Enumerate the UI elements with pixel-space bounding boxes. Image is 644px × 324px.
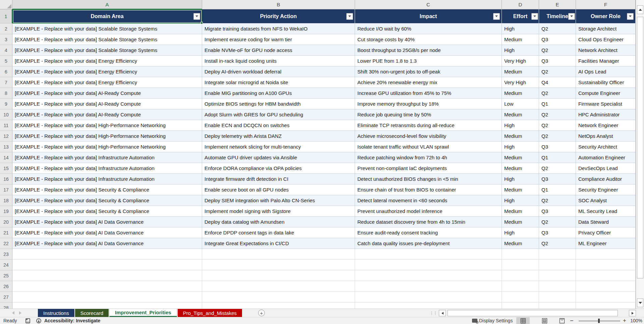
cell-C8[interactable]: Increase GPU utilization from 45% to 75% [355,88,502,99]
zoom-level[interactable]: 100% [629,317,642,324]
cell-E11[interactable]: Q2 [539,120,576,131]
cell-F16[interactable]: Compliance Auditor [576,174,636,184]
cell-D6[interactable]: Medium [502,66,539,77]
cell-D27[interactable] [502,292,539,303]
sheet-tab-instructions[interactable]: Instructions [38,309,74,317]
cell-D13[interactable]: High [502,142,539,152]
cell-C13[interactable]: Isolate tenant traffic without VLAN spra… [355,142,502,152]
cell-F10[interactable]: HPC Administrator [576,109,636,120]
cell-E25[interactable] [539,270,576,281]
row-header-9[interactable]: 9 [0,99,12,109]
cell-C12[interactable]: Achieve microsecond-level flow visibilit… [355,131,502,142]
scroll-up-button[interactable] [637,5,643,14]
cell-B6[interactable]: Deploy AI-driven workload deferral [202,66,355,77]
cell-D16[interactable]: High [502,174,539,184]
cell-D5[interactable]: Very High [502,56,539,66]
cell-E20[interactable]: Q2 [539,217,576,227]
cell-B26[interactable] [202,281,355,292]
row-header-7[interactable]: 7 [0,77,12,88]
zoom-slider-handle[interactable] [598,319,600,323]
filter-dropdown-button[interactable] [346,13,353,20]
cell-E15[interactable]: Q2 [539,163,576,174]
horizontal-scrollbar[interactable] [439,309,644,317]
cell-F5[interactable]: Facilities Manager [576,56,636,66]
cell-D20[interactable]: Medium [502,217,539,227]
page-break-preview-button[interactable] [555,317,569,324]
page-layout-view-button[interactable] [538,317,551,324]
cell-F26[interactable] [576,281,636,292]
cell-E23[interactable] [539,249,576,260]
cell-F21[interactable]: Privacy Officer [576,227,636,238]
cell-D4[interactable]: High [502,45,539,56]
cell-A6[interactable]: [EXAMPLE - Replace with your data] Energ… [12,66,202,77]
cell-C24[interactable] [355,260,502,270]
cell-B23[interactable] [202,249,355,260]
table-header-cell-e[interactable]: Timeline [539,9,576,23]
cell-A24[interactable] [12,260,202,270]
cell-B7[interactable]: Integrate solar microgrid at Noida site [202,77,355,88]
cell-C10[interactable]: Reduce job queuing time by 50% [355,109,502,120]
scrollbar-resize-handle[interactable]: ⋮⋮ [429,311,437,316]
cell-D17[interactable]: Medium [502,184,539,195]
cell-D21[interactable]: High [502,227,539,238]
cell-F9[interactable]: Firmware Specialist [576,99,636,109]
cell-A5[interactable]: [EXAMPLE - Replace with your data] Energ… [12,56,202,66]
cell-C21[interactable]: Ensure audit-ready consent tracking [355,227,502,238]
cell-A7[interactable]: [EXAMPLE - Replace with your data] Energ… [12,77,202,88]
cell-C4[interactable]: Boost throughput to 25GB/s per node [355,45,502,56]
cell-A22[interactable]: [EXAMPLE - Replace with your data] AI Da… [12,238,202,249]
cell-E7[interactable]: Q4 [539,77,576,88]
cell-E14[interactable]: Q1 [539,152,576,163]
sheet-tab-improvement_priorities[interactable]: Improvement_Priorities [109,309,177,317]
cell-E18[interactable]: Q2 [539,195,576,206]
cell-E16[interactable]: Q3 [539,174,576,184]
cell-D10[interactable]: Medium [502,109,539,120]
cell-F3[interactable]: Cloud Ops Engineer [576,34,636,45]
cell-B12[interactable]: Deploy telemetry with Arista DANZ [202,131,355,142]
cell-C7[interactable]: Achieve 20% renewable energy mix [355,77,502,88]
cell-F12[interactable]: NetOps Analyst [576,131,636,142]
accessibility-status[interactable]: Accessibility: Investigate [44,317,100,324]
column-header-A[interactable]: A [12,0,202,9]
cell-F8[interactable]: Compute Engineer [576,88,636,99]
filter-dropdown-button[interactable] [568,13,575,20]
cell-B24[interactable] [202,260,355,270]
cell-C19[interactable]: Prevent unauthorized model inference [355,206,502,217]
row-header-14[interactable]: 14 [0,152,12,163]
cell-C27[interactable] [355,292,502,303]
cell-F14[interactable]: Automation Engineer [576,152,636,163]
new-sheet-button[interactable]: + [258,310,265,316]
cell-F22[interactable]: ML Engineer [576,238,636,249]
cell-C28[interactable] [355,303,502,309]
cell-A20[interactable]: [EXAMPLE - Replace with your data] AI Da… [12,217,202,227]
cell-A23[interactable] [12,249,202,260]
cell-A27[interactable] [12,292,202,303]
cell-F19[interactable]: ML Security Lead [576,206,636,217]
cell-C11[interactable]: Eliminate TCP retransmits during all-red… [355,120,502,131]
row-header-22[interactable]: 22 [0,238,12,249]
cell-A28[interactable] [12,303,202,309]
cell-E6[interactable]: Q2 [539,66,576,77]
cell-E28[interactable] [539,303,576,309]
row-header-12[interactable]: 12 [0,131,12,142]
cell-A10[interactable]: [EXAMPLE - Replace with your data] AI-Re… [12,109,202,120]
row-header-16[interactable]: 16 [0,174,12,184]
column-header-E[interactable]: E [539,0,576,9]
cell-E9[interactable]: Q1 [539,99,576,109]
cell-D7[interactable]: Very High [502,77,539,88]
cell-D12[interactable]: Medium [502,131,539,142]
row-header-27[interactable]: 27 [0,292,12,303]
cell-F2[interactable]: Storage Architect [576,23,636,34]
previous-sheet-icon[interactable] [12,311,14,315]
cell-F25[interactable] [576,270,636,281]
cell-F7[interactable]: Sustainability Officer [576,77,636,88]
row-header-6[interactable]: 6 [0,66,12,77]
cell-D3[interactable]: Medium [502,34,539,45]
cell-D2[interactable]: High [502,23,539,34]
cell-E19[interactable]: Q3 [539,206,576,217]
vertical-scrollbar[interactable] [636,0,644,309]
cell-B18[interactable]: Deploy SIEM integration with Palo Alto C… [202,195,355,206]
cell-D19[interactable]: Medium [502,206,539,217]
cell-A2[interactable]: [EXAMPLE - Replace with your data] Scala… [12,23,202,34]
cell-A9[interactable]: [EXAMPLE - Replace with your data] AI-Re… [12,99,202,109]
